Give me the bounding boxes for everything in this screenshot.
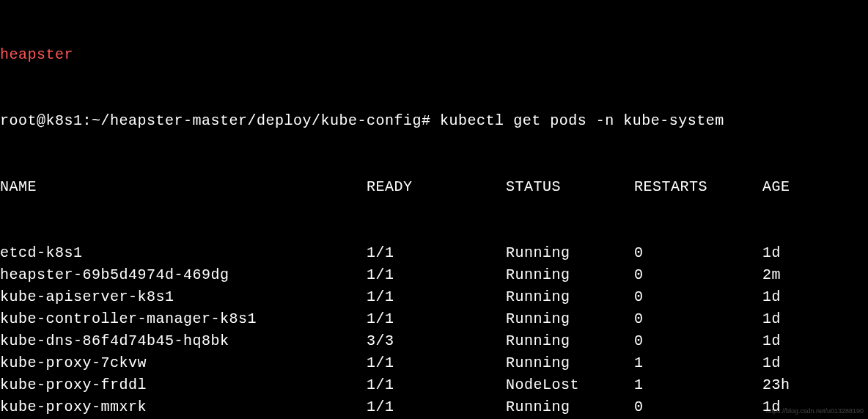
- cell-ready: 1/1: [367, 352, 506, 374]
- cell-age: 2m: [762, 264, 858, 286]
- cell-name: kube-dns-86f4d74b45-hq8bk: [0, 330, 367, 352]
- table-row: kube-proxy-7ckvw1/1Running11d: [0, 352, 868, 374]
- cell-restarts: 0: [634, 286, 762, 308]
- cell-name: etcd-k8s1: [0, 242, 367, 264]
- cell-age: 1d: [762, 352, 858, 374]
- table-row: kube-proxy-mmxrk1/1Running01d: [0, 396, 868, 418]
- cell-restarts: 0: [634, 330, 762, 352]
- table-row: kube-controller-manager-k8s11/1Running01…: [0, 308, 868, 330]
- cell-status: Running: [506, 396, 634, 418]
- cell-age: 1d: [762, 242, 858, 264]
- table-row: kube-dns-86f4d74b45-hq8bk3/3Running01d: [0, 330, 868, 352]
- partial-previous-line: heapster: [0, 44, 868, 66]
- cell-ready: 1/1: [367, 264, 506, 286]
- cell-ready: 1/1: [367, 374, 506, 396]
- cell-status: Running: [506, 308, 634, 330]
- cell-age: 1d: [762, 286, 858, 308]
- cell-restarts: 0: [634, 308, 762, 330]
- table-header-row: NAME READY STATUS RESTARTS AGE: [0, 176, 868, 198]
- cell-restarts: 0: [634, 264, 762, 286]
- cell-restarts: 1: [634, 352, 762, 374]
- watermark-text: https://blog.csdn.net/u013288190: [766, 407, 864, 417]
- cell-name: kube-proxy-mmxrk: [0, 396, 367, 418]
- terminal-output[interactable]: heapster root@k8s1:~/heapster-master/dep…: [0, 0, 868, 419]
- table-row: etcd-k8s11/1Running01d: [0, 242, 868, 264]
- cell-age: 23h: [762, 374, 858, 396]
- cell-ready: 1/1: [367, 242, 506, 264]
- cell-name: kube-proxy-7ckvw: [0, 352, 367, 374]
- command-line: root@k8s1:~/heapster-master/deploy/kube-…: [0, 110, 868, 132]
- cell-name: kube-proxy-frddl: [0, 374, 367, 396]
- col-age: AGE: [762, 176, 858, 198]
- table-row: kube-apiserver-k8s11/1Running01d: [0, 286, 868, 308]
- cell-status: Running: [506, 330, 634, 352]
- cell-ready: 1/1: [367, 286, 506, 308]
- cell-age: 1d: [762, 330, 858, 352]
- cell-restarts: 0: [634, 396, 762, 418]
- cell-name: kube-apiserver-k8s1: [0, 286, 367, 308]
- cell-name: heapster-69b5d4974d-469dg: [0, 264, 367, 286]
- entered-command: kubectl get pods -n kube-system: [440, 112, 724, 129]
- cell-restarts: 0: [634, 242, 762, 264]
- cell-ready: 1/1: [367, 308, 506, 330]
- cell-status: Running: [506, 352, 634, 374]
- col-ready: READY: [367, 176, 506, 198]
- table-row: heapster-69b5d4974d-469dg1/1Running02m: [0, 264, 868, 286]
- cell-name: kube-controller-manager-k8s1: [0, 308, 367, 330]
- cell-restarts: 1: [634, 374, 762, 396]
- cell-age: 1d: [762, 308, 858, 330]
- cell-ready: 1/1: [367, 396, 506, 418]
- cell-ready: 3/3: [367, 330, 506, 352]
- col-restarts: RESTARTS: [634, 176, 762, 198]
- table-row: kube-proxy-frddl1/1NodeLost123h: [0, 374, 868, 396]
- cell-status: Running: [506, 242, 634, 264]
- cell-status: NodeLost: [506, 374, 634, 396]
- col-status: STATUS: [506, 176, 634, 198]
- shell-prompt: root@k8s1:~/heapster-master/deploy/kube-…: [0, 112, 431, 129]
- col-name: NAME: [0, 176, 367, 198]
- prev-name-frag: heapster: [0, 46, 73, 63]
- cell-status: Running: [506, 264, 634, 286]
- cell-status: Running: [506, 286, 634, 308]
